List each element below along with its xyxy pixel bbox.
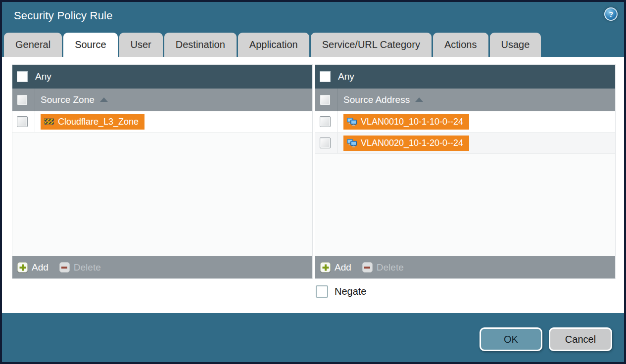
address-item-label: VLAN0020_10-1-20-0--24 [361, 138, 463, 148]
source-address-any-label: Any [338, 71, 354, 82]
tab-strip: General Source User Destination Applicat… [2, 30, 624, 57]
source-address-column-header[interactable]: Source Address [315, 89, 615, 111]
zone-item-chip[interactable]: Cloudflare_L3_Zone [41, 114, 144, 130]
row-checkbox-cell [12, 111, 35, 132]
negate-checkbox[interactable] [316, 285, 328, 298]
dialog-titlebar: Security Policy Rule [2, 2, 624, 30]
help-icon[interactable] [604, 7, 618, 21]
dialog-frame: Security Policy Rule General Source User… [0, 0, 626, 364]
negate-label: Negate [335, 286, 367, 297]
sort-asc-icon [100, 97, 108, 102]
table-row: VLAN0010_10-1-10-0--24 [315, 111, 615, 133]
add-label: Add [32, 262, 48, 273]
source-zone-list: Cloudflare_L3_Zone [12, 111, 312, 256]
source-zone-footer: Add Delete [12, 256, 312, 278]
row-checkbox-cell [315, 111, 338, 132]
source-zone-any-label: Any [35, 71, 51, 82]
spacer [12, 285, 312, 298]
tab-source[interactable]: Source [63, 33, 117, 57]
security-policy-rule-dialog: Security Policy Rule General Source User… [2, 2, 624, 362]
source-zone-select-all-checkbox[interactable] [17, 94, 28, 105]
address-item-chip[interactable]: VLAN0020_10-1-20-0--24 [343, 136, 469, 151]
source-zone-column-header[interactable]: Source Zone [12, 89, 312, 111]
add-label: Add [335, 262, 351, 273]
ok-button[interactable]: OK [480, 327, 542, 351]
negate-row: Negate [12, 285, 615, 298]
source-address-footer: Add Delete [315, 256, 615, 278]
source-address-any-header: Any [315, 65, 615, 89]
source-address-list: VLAN0010_10-1-10-0--24 [315, 111, 615, 256]
delete-address-button: Delete [362, 262, 404, 273]
panels-container: Any Source Zone [12, 65, 615, 278]
source-address-select-all-checkbox[interactable] [320, 94, 331, 105]
tab-actions[interactable]: Actions [433, 33, 488, 57]
source-zone-column-label: Source Zone [41, 94, 95, 105]
address-icon [347, 118, 357, 126]
source-address-panel: Any Source Address [315, 65, 615, 278]
row-checkbox[interactable] [320, 137, 331, 148]
tab-destination[interactable]: Destination [164, 33, 237, 57]
source-address-column-label: Source Address [343, 94, 410, 105]
add-address-button[interactable]: Add [320, 262, 351, 273]
source-zone-select-all-cell [12, 89, 35, 111]
address-icon [347, 139, 357, 147]
address-item-chip[interactable]: VLAN0010_10-1-10-0--24 [343, 114, 469, 130]
plus-icon [17, 262, 28, 273]
tab-application[interactable]: Application [238, 33, 309, 57]
zone-icon [44, 118, 54, 126]
row-checkbox-cell [315, 133, 338, 153]
source-zone-any-header: Any [12, 65, 312, 89]
source-zone-any-checkbox[interactable] [17, 71, 28, 82]
table-row: Cloudflare_L3_Zone [12, 111, 312, 133]
row-checkbox[interactable] [320, 116, 331, 127]
table-row: VLAN0020_10-1-20-0--24 [315, 133, 615, 154]
cancel-button[interactable]: Cancel [549, 327, 612, 351]
row-checkbox[interactable] [17, 116, 28, 127]
dialog-buttonbar: OK Cancel [2, 313, 624, 362]
delete-label: Delete [377, 262, 404, 273]
minus-icon [362, 262, 373, 273]
source-address-select-all-cell [315, 89, 338, 111]
tab-service-url-category[interactable]: Service/URL Category [311, 33, 432, 57]
add-zone-button[interactable]: Add [17, 262, 48, 273]
source-zone-panel: Any Source Zone [12, 65, 312, 278]
address-item-label: VLAN0010_10-1-10-0--24 [361, 117, 463, 127]
source-address-any-checkbox[interactable] [320, 71, 331, 82]
tab-user[interactable]: User [119, 33, 163, 57]
source-tab-content: Any Source Zone [2, 57, 624, 313]
zone-item-label: Cloudflare_L3_Zone [58, 117, 139, 127]
negate-cell: Negate [315, 285, 615, 298]
delete-label: Delete [74, 262, 101, 273]
tab-usage[interactable]: Usage [490, 33, 541, 57]
delete-zone-button: Delete [59, 262, 101, 273]
sort-asc-icon [415, 97, 423, 102]
minus-icon [59, 262, 70, 273]
plus-icon [320, 262, 331, 273]
dialog-title: Security Policy Rule [14, 9, 113, 22]
tab-general[interactable]: General [4, 33, 62, 57]
